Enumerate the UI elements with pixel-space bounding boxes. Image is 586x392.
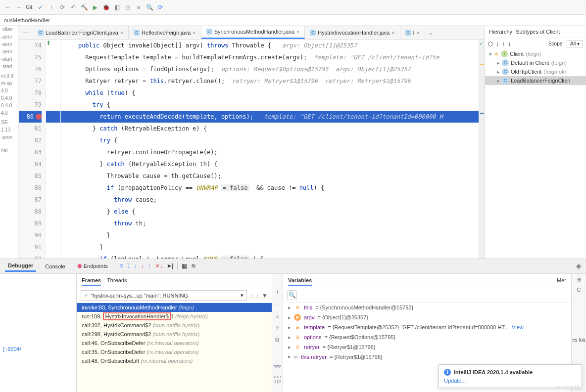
variable-row[interactable]: ▸ P argv = {Object[1]@25357} — [283, 312, 571, 322]
show-exec-icon[interactable]: ≡ — [120, 262, 123, 270]
project-item[interactable]: 1.13 — [0, 126, 18, 133]
close-icon[interactable]: × — [417, 30, 420, 36]
expand-icon[interactable]: ▾ — [489, 51, 492, 57]
frame-down-icon[interactable]: ↓ — [256, 292, 259, 299]
editor-tab[interactable]: CReflectiveFeign.java× — [129, 26, 201, 39]
sub-hier-icon[interactable]: ↓ — [496, 41, 499, 47]
close-icon[interactable]: × — [193, 30, 195, 36]
editor-tab[interactable]: CHystrixInvocationHandler.java× — [305, 26, 400, 39]
editor-tab[interactable]: CLoadBalancerFeignClient.java× — [33, 26, 129, 39]
thread-selector[interactable]: ✓ "hystrix-scrm-sys...up "main": RUNNING… — [81, 290, 247, 301]
expand-icon[interactable]: ▸ — [497, 60, 500, 66]
editor-tab[interactable]: CSynchronousMethodHandler.java× — [201, 26, 305, 39]
glasses-icon[interactable]: 👓 — [274, 363, 281, 370]
expand-icon[interactable]: ▸ — [288, 334, 291, 341]
endpoints-tab[interactable]: ⬢ Endpoints — [74, 261, 111, 271]
nav-back-icon[interactable]: ← — [4, 3, 12, 11]
code-line[interactable]: while (true) { — [61, 87, 479, 99]
force-step-into-icon[interactable]: ↓ — [141, 262, 144, 270]
vcs-revert-icon[interactable]: ↶ — [69, 3, 77, 11]
project-item[interactable]: -pron — [0, 133, 18, 141]
frames-subtab[interactable]: Frames — [82, 276, 101, 286]
variable-row[interactable]: ▸ ≡ retryer = {Retryer$1@15796} — [283, 342, 571, 352]
remove-watch-icon[interactable]: − — [276, 301, 279, 307]
build-icon[interactable]: 🔨 — [80, 3, 88, 11]
close-icon[interactable]: × — [296, 29, 299, 35]
expand-icon[interactable]: ▸ — [288, 324, 291, 331]
expand-icon[interactable]: ▸ — [497, 78, 500, 84]
stack-frame[interactable]: call:35, OnSubscribeDefer (rx.internal.o… — [77, 348, 272, 356]
search-icon[interactable]: 🔍 — [146, 3, 153, 11]
project-item[interactable]: -serv — [0, 48, 18, 55]
right-icon-1[interactable]: ⊞ — [577, 277, 581, 282]
stack-frame[interactable]: call:48, OnSubscribeLift (rx.internal.op… — [77, 356, 272, 365]
project-item[interactable]: nal — [0, 147, 18, 154]
settings-icon[interactable]: ⊕ — [576, 263, 581, 270]
code-line[interactable]: } else { — [61, 206, 479, 218]
code-line[interactable]: Throwable cause = th.getCause(); — [61, 170, 479, 182]
expand-icon[interactable]: ▸ — [288, 305, 291, 311]
project-item[interactable]: 0.4.0 — [0, 94, 18, 102]
expand-icon[interactable]: ▸ — [288, 353, 291, 360]
code-line[interactable]: } — [61, 241, 479, 253]
code-line[interactable]: } catch (RetryableException e) { — [61, 123, 479, 134]
stack-frame[interactable]: run:109, HystrixInvocationHandler$1 (fei… — [77, 312, 272, 321]
update-link[interactable]: Update... — [444, 378, 466, 384]
run-to-cursor-icon[interactable]: ➤| — [167, 262, 173, 270]
filter-icon[interactable]: ▼ — [262, 292, 268, 299]
stack-frame[interactable]: call:298, HystrixCommand$2 (com.netflix.… — [77, 330, 272, 339]
sync-icon[interactable]: ⟳ — [156, 3, 164, 11]
variable-row[interactable]: ▸ ≡ this = {SynchronousMethodHandler@157… — [283, 303, 571, 312]
close-icon[interactable]: × — [120, 30, 123, 36]
debugger-tab[interactable]: Debugger — [5, 261, 36, 272]
project-item[interactable]: -start — [0, 63, 18, 70]
collapse-icon[interactable]: — — [19, 29, 33, 36]
scrollbar[interactable]: ✓ — [479, 40, 485, 259]
code-line[interactable]: Retryer retryer = this.retryer.clone(); … — [61, 75, 479, 87]
step-into-icon[interactable]: ↓ — [134, 262, 137, 270]
stack-frame[interactable]: call:302, HystrixCommand$2 (com.netflix.… — [77, 321, 272, 330]
expand-icon[interactable]: ▸ — [288, 314, 291, 321]
project-item[interactable]: -serv — [0, 41, 18, 48]
run-icon[interactable]: ▶ — [91, 3, 99, 11]
project-item[interactable]: -serv — [0, 33, 18, 41]
code-line[interactable]: try { — [61, 99, 479, 111]
code-line[interactable]: public Object invoke(Object[] argv) thro… — [61, 40, 479, 51]
vcs-update-icon[interactable]: ✓ — [37, 3, 45, 11]
sort-icon[interactable]: ↕ — [508, 41, 511, 47]
code-line[interactable]: try { — [61, 134, 479, 146]
frame-up-icon[interactable]: ↑ — [250, 292, 253, 299]
code-line[interactable]: Options options = findOptions(argv); opt… — [61, 63, 479, 75]
editor-tab[interactable]: CI× — [400, 26, 426, 39]
hierarchy-node[interactable]: ▾ ★ IClient (feign) — [485, 49, 586, 58]
coverage-icon[interactable]: ◧ — [113, 3, 121, 11]
up-icon[interactable]: ▲ — [275, 312, 281, 319]
profile-icon[interactable]: ◷ — [124, 3, 132, 11]
debug-icon[interactable]: 🐞 — [102, 3, 110, 11]
down-icon[interactable]: ▼ — [275, 324, 281, 331]
scope-dropdown[interactable]: All ▾ — [567, 40, 583, 47]
trace-icon[interactable]: ≋ — [191, 262, 196, 270]
hierarchy-node[interactable]: ▸ CDefault in Client (feign) — [485, 58, 586, 67]
project-item[interactable]: -clien — [0, 26, 18, 33]
nav-fwd-icon[interactable]: → — [15, 3, 23, 11]
vcs-commit-icon[interactable]: ↑ — [48, 3, 55, 11]
step-over-icon[interactable]: ⤵ — [127, 262, 130, 270]
hierarchy-node[interactable]: ▸ CLoadBalancerFeignClien — [485, 76, 586, 85]
code-line[interactable]: retryer.continueOrPropagate(e); — [61, 146, 479, 158]
threads-subtab[interactable]: Threads — [107, 276, 127, 286]
binary-icon[interactable]: 010110 — [274, 375, 281, 384]
evaluate-icon[interactable]: ▦ — [182, 262, 187, 270]
code-line[interactable]: } — [61, 229, 479, 241]
stack-frame[interactable]: call:46, OnSubscribeDefer (rx.internal.o… — [77, 339, 272, 348]
code-line[interactable]: throw th; — [61, 218, 479, 229]
project-item[interactable]: 4.0 — [0, 87, 18, 94]
breakpoint-icon[interactable] — [36, 114, 42, 120]
variable-row[interactable]: ▸ ≡ template = {RequestTemplate@25352} "… — [283, 322, 571, 332]
stop-icon[interactable]: ■ — [135, 3, 143, 11]
override-icon[interactable]: ⬆ — [46, 40, 51, 46]
variable-row[interactable]: ▸ ∞ this.retryer = {Retryer$1@15796} — [283, 352, 571, 361]
project-item[interactable]: SE — [0, 119, 18, 126]
expand-icon[interactable]: ▸ — [288, 344, 291, 350]
code-line[interactable]: throw cause; — [61, 194, 479, 206]
